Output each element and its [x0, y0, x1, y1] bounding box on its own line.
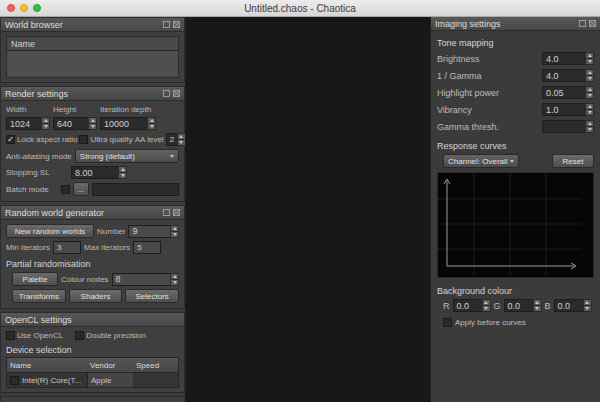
new-random-worlds-button[interactable]: New random worlds [6, 224, 94, 238]
spin-up-icon[interactable] [585, 120, 594, 127]
colour-nodes-spinner[interactable]: 8 [112, 273, 179, 286]
undock-icon[interactable] [163, 21, 170, 28]
highlight-power-value[interactable]: 0.05 [542, 86, 585, 99]
spin-down-icon[interactable] [482, 306, 491, 312]
spin-up-icon[interactable] [118, 166, 127, 173]
stopping-sl-value[interactable]: 8.00 [71, 166, 118, 179]
close-icon[interactable] [173, 209, 180, 216]
blue-spinner[interactable]: 0.0 [554, 299, 592, 312]
shaders-button[interactable]: Shaders [69, 289, 123, 303]
world-list-name-header[interactable]: Name [6, 36, 179, 50]
stopping-sl-spinner[interactable]: 8.00 [71, 166, 127, 179]
spin-down-icon[interactable] [118, 173, 127, 179]
gamma-threshold-value[interactable] [542, 120, 585, 133]
reset-curves-button[interactable]: Reset [552, 154, 594, 168]
gamma-threshold-spinner[interactable] [542, 120, 594, 133]
spin-up-icon[interactable] [41, 117, 50, 124]
render-canvas[interactable] [186, 17, 430, 402]
spin-up-icon[interactable] [585, 86, 594, 93]
world-list[interactable] [6, 50, 179, 78]
red-value[interactable]: 0.0 [453, 299, 482, 312]
curve-editor[interactable] [437, 172, 594, 278]
close-icon[interactable] [173, 21, 180, 28]
spin-down-icon[interactable] [147, 124, 156, 130]
spin-up-icon[interactable] [88, 117, 97, 124]
spin-down-icon[interactable] [585, 93, 594, 99]
spin-down-icon[interactable] [585, 76, 594, 82]
device-row[interactable]: Intel(R) Core(T... Apple [7, 372, 178, 387]
spin-up-icon[interactable] [533, 299, 542, 306]
spin-down-icon[interactable] [583, 306, 592, 312]
vibrancy-spinner[interactable]: 1.0 [542, 103, 594, 116]
iteration-depth-spinner[interactable]: 10000 [100, 117, 156, 130]
red-spinner[interactable]: 0.0 [453, 299, 491, 312]
batch-path-field[interactable] [92, 183, 179, 196]
vibrancy-value[interactable]: 1.0 [542, 103, 585, 116]
blue-value[interactable]: 0.0 [554, 299, 583, 312]
spin-up-icon[interactable] [170, 225, 179, 232]
number-value[interactable]: 9 [128, 225, 170, 238]
close-icon[interactable] [173, 90, 180, 97]
spin-up-icon[interactable] [482, 299, 491, 306]
min-iterators-value[interactable]: 3 [53, 241, 81, 254]
render-settings-header[interactable]: Render settings [1, 87, 184, 101]
imaging-header[interactable]: Imaging settings [431, 17, 600, 31]
selectors-button[interactable]: Selectors [125, 289, 179, 303]
spin-down-icon[interactable] [533, 306, 542, 312]
spin-up-icon[interactable] [585, 103, 594, 110]
batch-browse-button[interactable]: ... [73, 182, 89, 196]
aa-level-spinner[interactable]: 2 [166, 133, 186, 146]
use-opencl-checkbox[interactable] [6, 331, 15, 340]
palette-button[interactable]: Palette [12, 272, 58, 286]
spin-down-icon[interactable] [41, 124, 50, 130]
brightness-spinner[interactable]: 4.0 [542, 52, 594, 65]
lock-aspect-checkbox[interactable] [6, 135, 15, 144]
brightness-value[interactable]: 4.0 [542, 52, 585, 65]
spin-up-icon[interactable] [177, 133, 186, 140]
iteration-depth-value[interactable]: 10000 [100, 117, 147, 130]
width-spinner[interactable]: 1024 [6, 117, 50, 130]
batch-mode-checkbox[interactable] [61, 185, 70, 194]
undock-icon[interactable] [163, 90, 170, 97]
spin-down-icon[interactable] [170, 232, 179, 238]
transforms-button[interactable]: Transforms [12, 289, 66, 303]
green-value[interactable]: 0.0 [504, 299, 533, 312]
height-value[interactable]: 640 [53, 117, 88, 130]
column-speed[interactable]: Speed [133, 361, 178, 370]
aa-level-value[interactable]: 2 [166, 133, 177, 146]
highlight-power-spinner[interactable]: 0.05 [542, 86, 594, 99]
spin-down-icon[interactable] [585, 110, 594, 116]
column-name[interactable]: Name [7, 361, 87, 370]
device-table-header[interactable]: Name Vendor Speed [7, 358, 178, 372]
spin-down-icon[interactable] [88, 124, 97, 130]
max-iterators-value[interactable]: 5 [133, 241, 161, 254]
channel-dropdown[interactable]: Channel: Overall [443, 154, 519, 168]
height-spinner[interactable]: 640 [53, 117, 97, 130]
undock-icon[interactable] [163, 209, 170, 216]
ultra-quality-checkbox[interactable] [79, 135, 88, 144]
double-precision-checkbox[interactable] [75, 331, 84, 340]
random-world-header[interactable]: Random world generator [1, 206, 184, 220]
green-spinner[interactable]: 0.0 [504, 299, 542, 312]
world-browser-header[interactable]: World browser [1, 18, 184, 32]
close-icon[interactable] [589, 20, 596, 27]
spin-down-icon[interactable] [585, 59, 594, 65]
undock-icon[interactable] [579, 20, 586, 27]
spin-up-icon[interactable] [583, 299, 592, 306]
colour-nodes-value[interactable]: 8 [112, 273, 170, 286]
apply-before-curves-checkbox[interactable] [443, 318, 452, 327]
spin-down-icon[interactable] [177, 140, 186, 146]
device-checkbox[interactable] [10, 376, 19, 385]
spin-up-icon[interactable] [147, 117, 156, 124]
column-vendor[interactable]: Vendor [87, 361, 133, 370]
spin-up-icon[interactable] [585, 69, 594, 76]
spin-up-icon[interactable] [170, 273, 179, 280]
opencl-header[interactable]: OpenCL settings [1, 313, 184, 327]
spin-down-icon[interactable] [170, 280, 179, 286]
spin-down-icon[interactable] [585, 127, 594, 133]
width-value[interactable]: 1024 [6, 117, 41, 130]
number-spinner[interactable]: 9 [128, 225, 179, 238]
aa-mode-dropdown[interactable]: Strong (default) [75, 149, 179, 163]
gamma-value[interactable]: 4.0 [542, 69, 585, 82]
spin-up-icon[interactable] [585, 52, 594, 59]
